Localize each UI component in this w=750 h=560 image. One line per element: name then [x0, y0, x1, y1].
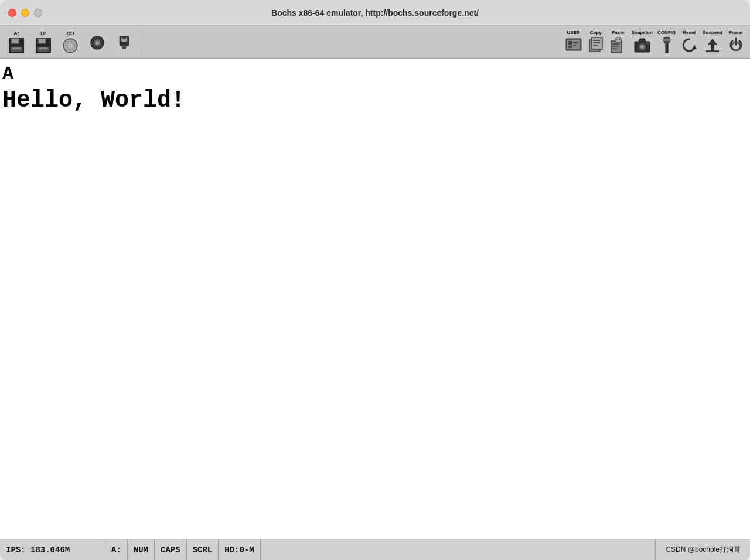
- num-status: NUM: [134, 545, 148, 555]
- floppy-a-icon: [8, 37, 25, 54]
- svg-rect-22: [122, 47, 126, 49]
- hdd-button[interactable]: [84, 32, 110, 52]
- suspend-label: Suspend: [703, 30, 722, 35]
- close-button[interactable]: [8, 9, 16, 17]
- toolbar-separator-1: [141, 29, 141, 55]
- svg-rect-20: [122, 39, 126, 42]
- watermark-text: CSDN @bochole打洞哥: [666, 545, 741, 555]
- window-title: Bochs x86-64 emulator, http://bochs.sour…: [271, 8, 479, 18]
- power-label: Power: [729, 30, 743, 35]
- cd-button[interactable]: CD: [57, 29, 83, 55]
- power-button[interactable]: Power: [725, 29, 746, 55]
- empty-segment-1: [261, 539, 656, 560]
- reset-button[interactable]: Reset: [679, 29, 700, 55]
- cd-icon: [62, 37, 79, 54]
- config-label: CONFIG: [657, 30, 676, 35]
- svg-rect-32: [593, 42, 600, 43]
- svg-rect-7: [39, 39, 45, 43]
- svg-rect-21: [121, 45, 127, 47]
- svg-rect-38: [612, 46, 619, 47]
- hdd-icon: [89, 35, 105, 51]
- config-button[interactable]: CONFIG: [656, 29, 677, 55]
- suspend-button[interactable]: Suspend: [701, 29, 724, 55]
- svg-rect-26: [568, 46, 572, 48]
- suspend-icon: [704, 36, 721, 54]
- svg-marker-50: [708, 39, 717, 45]
- hd-status: HD:0-M: [224, 545, 254, 555]
- floppy-b-icon: [35, 37, 52, 54]
- svg-rect-51: [706, 50, 719, 52]
- svg-rect-2: [12, 39, 18, 43]
- caps-segment: CAPS: [155, 539, 187, 560]
- snapshot-icon: [633, 36, 651, 54]
- svg-rect-33: [593, 45, 598, 46]
- cd-label: CD: [67, 30, 74, 36]
- emulator-content: A Hello, World!: [0, 59, 750, 121]
- drive-a-button[interactable]: A:: [4, 29, 29, 55]
- num-segment: NUM: [128, 539, 155, 560]
- net-button[interactable]: [111, 32, 137, 52]
- traffic-lights: [8, 9, 42, 17]
- copy-icon: [587, 36, 605, 54]
- copy-button[interactable]: Copy: [585, 29, 606, 55]
- status-bar: IPS: 183.046M A: NUM CAPS SCRL HD:0-M CS…: [0, 539, 750, 560]
- maximize-button[interactable]: [34, 9, 42, 17]
- paste-button[interactable]: Paste: [608, 29, 629, 55]
- svg-rect-36: [616, 37, 620, 40]
- net-icon: [116, 35, 132, 51]
- snapshot-button[interactable]: Snapshot: [630, 29, 654, 55]
- emulator-line1: A: [2, 63, 748, 86]
- user-button[interactable]: USER: [563, 29, 584, 55]
- scrl-segment: SCRL: [187, 539, 219, 560]
- svg-marker-48: [692, 45, 697, 49]
- config-icon: [658, 36, 676, 54]
- emulator-display[interactable]: A Hello, World!: [0, 59, 750, 539]
- drive-b-label: B:: [40, 30, 46, 36]
- toolbar-actions: USER Copy: [563, 29, 746, 55]
- user-icon: [565, 36, 582, 54]
- svg-rect-9: [39, 47, 47, 49]
- emulator-line2: Hello, World!: [2, 86, 748, 116]
- svg-rect-25: [568, 41, 572, 45]
- reset-icon: [680, 36, 698, 54]
- svg-rect-27: [573, 42, 578, 43]
- drive-a-status: A:: [111, 545, 121, 555]
- paste-icon: [609, 36, 627, 54]
- svg-point-16: [96, 40, 99, 44]
- svg-rect-44: [646, 43, 649, 45]
- ips-label: IPS:: [6, 545, 26, 555]
- user-label: USER: [567, 30, 580, 35]
- svg-point-43: [641, 46, 643, 48]
- snapshot-label: Snapshot: [632, 30, 653, 35]
- svg-rect-37: [612, 43, 619, 45]
- power-icon: [727, 36, 745, 54]
- drive-b-button[interactable]: B:: [30, 29, 56, 55]
- drive-a-segment: A:: [105, 539, 128, 560]
- watermark-segment: CSDN @bochole打洞哥: [656, 539, 750, 560]
- copy-label: Copy: [590, 30, 602, 35]
- reset-label: Reset: [683, 30, 696, 35]
- toolbar: A: B: CD: [0, 26, 750, 59]
- scrl-status: SCRL: [193, 545, 213, 555]
- minimize-button[interactable]: [21, 9, 29, 17]
- svg-rect-28: [573, 45, 576, 46]
- ips-segment: IPS: 183.046M: [0, 539, 105, 560]
- svg-rect-4: [12, 47, 21, 49]
- drive-a-label: A:: [13, 30, 19, 36]
- caps-status: CAPS: [161, 545, 180, 555]
- svg-rect-39: [612, 48, 617, 49]
- hd-segment: HD:0-M: [219, 539, 260, 560]
- svg-rect-31: [593, 40, 600, 41]
- ips-value: 183.046M: [30, 545, 70, 555]
- svg-point-12: [69, 45, 71, 46]
- title-bar: Bochs x86-64 emulator, http://bochs.sour…: [0, 0, 750, 26]
- paste-label: Paste: [612, 30, 624, 35]
- svg-rect-47: [664, 42, 669, 43]
